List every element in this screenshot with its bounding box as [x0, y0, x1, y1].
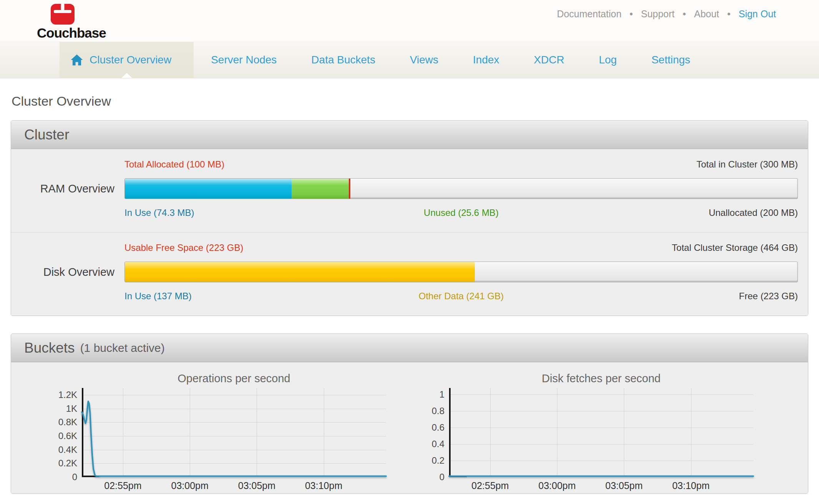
x-tick-label: 03:00pm — [539, 480, 576, 491]
tab-label: Server Nodes — [211, 54, 277, 66]
link-sign-out[interactable]: Sign Out — [739, 8, 776, 19]
chart-title: Disk fetches per second — [449, 372, 753, 385]
ram-in-use-segment — [125, 179, 292, 199]
couchbase-logo[interactable]: Couchbase — [37, 4, 106, 41]
ram-allocated-marker — [349, 179, 350, 199]
x-axis-labels: 02:55pm03:00pm03:05pm03:10pm — [449, 480, 753, 493]
tab-label: Cluster Overview — [90, 54, 171, 66]
ram-total-allocated-label: Total Allocated (100 MB) — [124, 159, 224, 170]
x-tick-label: 03:05pm — [238, 480, 275, 491]
y-tick-label: 1.2K — [58, 390, 77, 400]
y-tick-label: 0.6 — [432, 422, 444, 433]
buckets-panel: Buckets (1 bucket active) Operations per… — [11, 333, 808, 494]
chart-title: Operations per second — [82, 372, 386, 385]
y-axis-labels: 10.80.60.40.20 — [424, 388, 449, 477]
x-tick-label: 03:10pm — [305, 480, 342, 491]
ram-overview-section: Total Allocated (100 MB) Total in Cluste… — [11, 149, 808, 232]
chart-line — [449, 388, 753, 477]
cluster-panel-title: Cluster — [24, 127, 69, 143]
home-icon — [70, 54, 83, 66]
bullet-separator: • — [683, 8, 686, 19]
y-tick-label: 0.4K — [58, 444, 77, 455]
tab-label: Index — [473, 54, 499, 66]
x-tick-label: 03:10pm — [672, 480, 710, 491]
chart-plot-area — [449, 388, 753, 477]
y-tick-label: 0.2 — [432, 455, 444, 466]
y-tick-label: 1 — [439, 389, 444, 400]
disk-in-use-label: In Use (137 MB) — [124, 291, 192, 302]
y-tick-label: 0 — [72, 472, 77, 482]
ops-per-second-chart: Operations per second 1.2K1K0.8K0.6K0.4K… — [57, 372, 386, 493]
disk-used-segment — [125, 262, 475, 282]
x-tick-label: 02:55pm — [104, 480, 141, 491]
tab-label: Views — [410, 54, 438, 66]
y-tick-label: 0.8K — [58, 417, 77, 428]
link-about[interactable]: About — [694, 8, 719, 19]
main-nav: Cluster Overview Server Nodes Data Bucke… — [0, 41, 819, 78]
y-tick-label: 0.4 — [432, 439, 444, 449]
x-tick-label: 03:05pm — [605, 480, 643, 491]
y-tick-label: 1K — [66, 403, 77, 414]
buckets-panel-body: Operations per second 1.2K1K0.8K0.6K0.4K… — [11, 362, 808, 493]
ram-overview-label: RAM Overview — [11, 182, 124, 195]
tab-log[interactable]: Log — [582, 42, 634, 78]
disk-other-data-label: Other Data (241 GB) — [419, 291, 504, 302]
disk-free-label: Free (223 GB) — [739, 291, 798, 302]
top-header: Couchbase Documentation • Support • Abou… — [0, 0, 819, 41]
disk-overview-label: Disk Overview — [11, 266, 124, 279]
brand-name: Couchbase — [37, 25, 106, 41]
tab-label: Log — [599, 54, 617, 66]
header-links: Documentation • Support • About • Sign O… — [554, 8, 779, 20]
cluster-panel: Cluster Total Allocated (100 MB) Total i… — [11, 120, 808, 316]
ram-in-use-label: In Use (74.3 MB) — [124, 207, 194, 218]
ram-unused-label: Unused (25.6 MB) — [424, 207, 499, 218]
buckets-panel-title: Buckets — [24, 340, 75, 356]
bullet-separator: • — [727, 8, 731, 19]
ram-unused-segment — [292, 179, 349, 199]
link-support[interactable]: Support — [641, 8, 675, 19]
tab-cluster-overview[interactable]: Cluster Overview — [60, 42, 194, 78]
couchbase-logo-icon — [51, 4, 75, 25]
ram-total-in-cluster-label: Total in Cluster (300 MB) — [696, 159, 798, 170]
chart-plot-area — [82, 388, 386, 477]
x-tick-label: 02:55pm — [471, 480, 509, 491]
chart-line — [82, 388, 386, 477]
buckets-panel-header: Buckets (1 bucket active) — [11, 334, 808, 362]
tab-server-nodes[interactable]: Server Nodes — [194, 42, 294, 78]
tab-data-buckets[interactable]: Data Buckets — [294, 42, 393, 78]
tab-views[interactable]: Views — [393, 42, 456, 78]
y-tick-label: 0 — [439, 472, 444, 482]
y-axis-labels: 1.2K1K0.8K0.6K0.4K0.2K0 — [57, 388, 82, 477]
x-tick-label: 03:00pm — [171, 480, 209, 491]
bullet-separator: • — [630, 8, 633, 19]
disk-total-storage-label: Total Cluster Storage (464 GB) — [672, 242, 798, 253]
cluster-panel-header: Cluster — [11, 121, 808, 149]
y-tick-label: 0.8 — [432, 406, 444, 416]
x-axis-labels: 02:55pm03:00pm03:05pm03:10pm — [82, 480, 386, 493]
link-documentation[interactable]: Documentation — [557, 8, 622, 19]
gridline — [449, 477, 753, 477]
buckets-panel-subtitle: (1 bucket active) — [80, 342, 165, 355]
gridline — [82, 477, 386, 477]
tab-index[interactable]: Index — [456, 42, 517, 78]
tab-settings[interactable]: Settings — [634, 42, 708, 78]
cluster-panel-body: Total Allocated (100 MB) Total in Cluste… — [11, 149, 808, 315]
ram-usage-bar — [124, 178, 798, 199]
tab-label: Data Buckets — [311, 54, 375, 66]
disk-usable-free-label: Usable Free Space (223 GB) — [124, 242, 243, 253]
tab-xdcr[interactable]: XDCR — [517, 42, 582, 78]
disk-fetches-chart: Disk fetches per second 10.80.60.40.20 0… — [424, 372, 753, 493]
main-content: Cluster Overview Cluster Total Allocated… — [0, 78, 819, 494]
page-title: Cluster Overview — [11, 78, 808, 120]
tab-label: XDCR — [534, 54, 564, 66]
y-tick-label: 0.6K — [58, 431, 77, 441]
tab-label: Settings — [652, 54, 690, 66]
ram-unallocated-label: Unallocated (200 MB) — [709, 207, 798, 218]
y-tick-label: 0.2K — [58, 458, 77, 469]
disk-overview-section: Usable Free Space (223 GB) Total Cluster… — [11, 232, 808, 315]
disk-usage-bar — [124, 262, 798, 282]
